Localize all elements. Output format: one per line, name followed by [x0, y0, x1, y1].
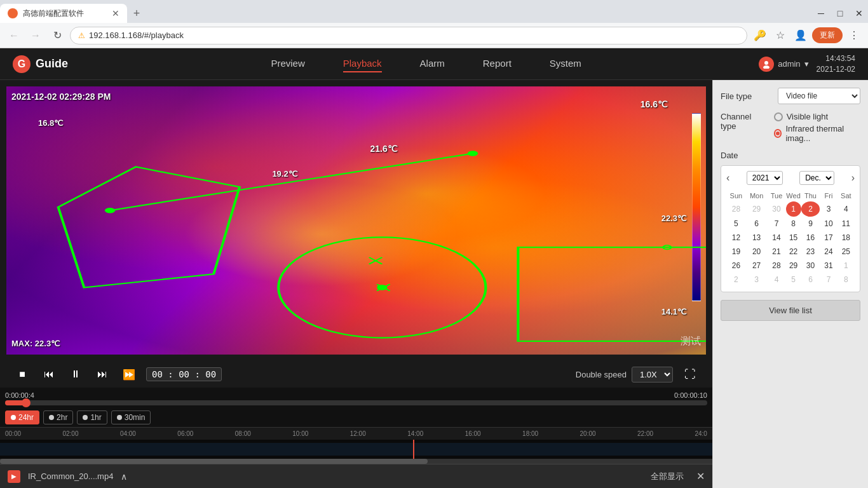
cal-prev-btn[interactable]: ‹ [726, 172, 729, 184]
cal-day-7[interactable]: 7 [767, 217, 785, 231]
cal-day-5-next[interactable]: 5 [786, 273, 801, 287]
marker-2000: 20:00 [580, 430, 596, 437]
cal-year-select[interactable]: 2021 [747, 171, 783, 185]
cal-day-5[interactable]: 5 [726, 217, 746, 231]
cal-day-15[interactable]: 15 [786, 231, 801, 245]
cal-day-1[interactable]: 1 [786, 201, 801, 217]
cal-day-13[interactable]: 13 [746, 231, 768, 245]
cal-day-1-next[interactable]: 1 [837, 259, 855, 273]
nav-system[interactable]: System [550, 55, 581, 72]
back-btn[interactable]: ← [5, 27, 23, 44]
forward-btn[interactable]: → [27, 27, 44, 44]
logo-text: Guide [36, 57, 68, 71]
cal-day-3[interactable]: 3 [820, 201, 837, 217]
next-btn[interactable]: ⏭ [93, 365, 112, 384]
file-expand-arrow[interactable]: ∧ [121, 471, 127, 482]
range-2hr[interactable]: 2hr [43, 410, 73, 424]
cal-th-tue: Tue [767, 190, 785, 201]
cal-day-4-next[interactable]: 4 [767, 273, 785, 287]
minimize-btn[interactable]: ─ [812, 4, 830, 22]
nav-report[interactable]: Report [483, 55, 512, 72]
cal-day-10[interactable]: 10 [820, 217, 837, 231]
cal-day-21[interactable]: 21 [767, 245, 785, 259]
stop-btn[interactable]: ■ [13, 365, 32, 384]
cal-day-7-next[interactable]: 7 [820, 273, 837, 287]
cal-day-27[interactable]: 27 [746, 259, 768, 273]
cal-day-14[interactable]: 14 [767, 231, 785, 245]
cal-day-29[interactable]: 29 [786, 259, 801, 273]
timeline-svg [0, 440, 712, 459]
file-close-btn[interactable]: ✕ [696, 470, 705, 482]
cal-day-6-next[interactable]: 6 [801, 273, 820, 287]
close-btn[interactable]: ✕ [850, 4, 868, 22]
progress-knob[interactable] [22, 398, 31, 407]
cal-day-2-next[interactable]: 2 [726, 273, 746, 287]
cal-day-22[interactable]: 22 [786, 245, 801, 259]
url-bar[interactable]: ⚠ 192.168.1.168/#/playback [70, 27, 747, 44]
cal-day-9[interactable]: 9 [801, 217, 820, 231]
range-1hr[interactable]: 1hr [77, 410, 107, 424]
new-tab-button[interactable]: + [127, 4, 146, 23]
refresh-btn[interactable]: ↻ [48, 27, 66, 44]
cal-day-26[interactable]: 26 [726, 259, 746, 273]
progress-bar[interactable] [5, 400, 707, 405]
bookmark-btn[interactable]: ☆ [771, 27, 789, 44]
cal-day-30-prev[interactable]: 30 [767, 201, 785, 217]
cal-day-11[interactable]: 11 [837, 217, 855, 231]
nav-playback[interactable]: Playback [343, 55, 382, 72]
calendar-header: ‹ 2021 Dec. › [726, 171, 855, 185]
show-all-btn[interactable]: 全部显示 [646, 468, 689, 485]
cal-day-8[interactable]: 8 [786, 217, 801, 231]
cal-day-8-next[interactable]: 8 [837, 273, 855, 287]
play-pause-btn[interactable]: ⏸ [66, 365, 85, 384]
cal-day-12[interactable]: 12 [726, 231, 746, 245]
cal-day-18[interactable]: 18 [837, 231, 855, 245]
range-24hr[interactable]: 24hr [5, 410, 39, 424]
cal-day-20[interactable]: 20 [746, 245, 768, 259]
cal-day-16[interactable]: 16 [801, 231, 820, 245]
timeline-track[interactable] [0, 440, 712, 459]
browser-tab[interactable]: 高德前端配置软件 ✕ [0, 4, 127, 23]
cal-day-19[interactable]: 19 [726, 245, 746, 259]
cal-day-24[interactable]: 24 [820, 245, 837, 259]
range-30min[interactable]: 30min [111, 410, 151, 424]
admin-area[interactable]: admin ▾ [759, 57, 808, 72]
right-sidebar: File type Video file Channel type Visibl… [712, 80, 868, 488]
forward-btn[interactable]: ⏩ [119, 365, 139, 384]
radio-infrared[interactable]: Infrared thermal imag... [774, 124, 860, 143]
progress-bar-fill [5, 400, 26, 405]
timeline-scrollbar[interactable] [0, 459, 712, 464]
cal-day-25[interactable]: 25 [837, 245, 855, 259]
speed-select[interactable]: 0.5X 1.0X 1.5X 2.0X [632, 367, 673, 383]
cal-month-select[interactable]: Dec. [799, 171, 834, 185]
cal-next-btn[interactable]: › [851, 172, 855, 184]
cal-day-31[interactable]: 31 [820, 259, 837, 273]
prev-btn[interactable]: ⏮ [39, 365, 58, 384]
cal-day-28-prev[interactable]: 28 [726, 201, 746, 217]
cal-day-17[interactable]: 17 [820, 231, 837, 245]
cal-day-3-next[interactable]: 3 [746, 273, 768, 287]
timeline-scrollbar-thumb[interactable] [0, 459, 428, 464]
cal-day-28[interactable]: 28 [767, 259, 785, 273]
cal-day-23[interactable]: 23 [801, 245, 820, 259]
cal-day-2[interactable]: 2 [801, 201, 820, 217]
cal-day-4[interactable]: 4 [837, 201, 855, 217]
marker-0600: 06:00 [177, 430, 193, 437]
fullscreen-btn[interactable]: ⛶ [681, 365, 700, 384]
cal-day-6[interactable]: 6 [746, 217, 768, 231]
nav-preview[interactable]: Preview [271, 55, 304, 72]
extensions-btn[interactable]: 🔑 [751, 27, 769, 44]
maximize-btn[interactable]: □ [831, 4, 849, 22]
profile-btn[interactable]: 👤 [792, 27, 810, 44]
cal-day-30[interactable]: 30 [801, 259, 820, 273]
tab-close-btn[interactable]: ✕ [112, 8, 119, 18]
file-type-select[interactable]: Video file [778, 88, 860, 104]
update-btn[interactable]: 更新 [812, 27, 843, 43]
radio-visible-light[interactable]: Visible light [774, 112, 860, 121]
nav-alarm[interactable]: Alarm [420, 55, 445, 72]
range-1hr-icon [83, 415, 88, 420]
menu-btn[interactable]: ⋮ [845, 27, 863, 44]
cal-day-29-prev[interactable]: 29 [746, 201, 768, 217]
admin-avatar [759, 57, 774, 72]
view-file-btn[interactable]: View file list [721, 300, 860, 321]
